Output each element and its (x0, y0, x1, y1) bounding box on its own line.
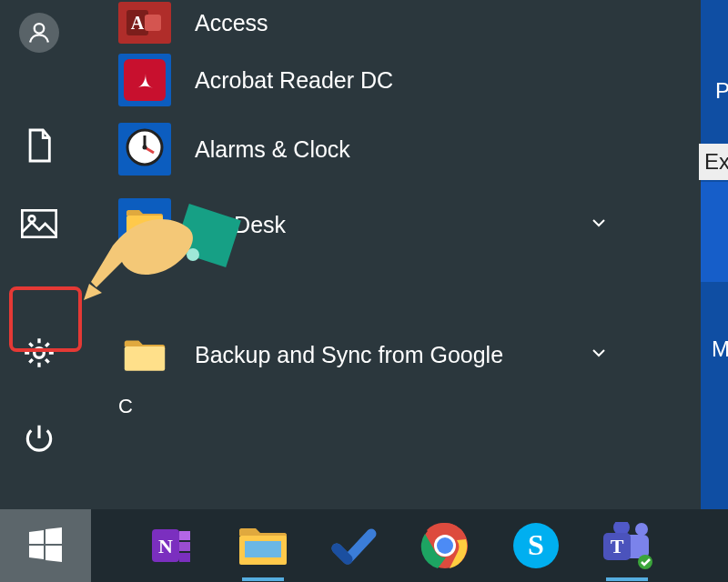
document-icon (24, 127, 55, 167)
svg-point-30 (638, 555, 652, 569)
svg-rect-9 (126, 216, 163, 237)
section-header-c[interactable]: C (118, 395, 610, 418)
access-icon: A (118, 2, 171, 44)
svg-rect-17 (179, 553, 190, 562)
power-icon (22, 421, 56, 459)
chevron-down-icon (588, 212, 610, 237)
app-label: Backup and Sync from Google (195, 342, 503, 368)
tile-text: Ex (699, 144, 728, 180)
app-item-access[interactable]: A Access (118, 0, 610, 45)
pictures-icon (21, 209, 57, 242)
user-account-button[interactable] (12, 5, 66, 60)
taskbar-file-explorer[interactable] (237, 519, 289, 572)
app-item-backup-sync[interactable]: Backup and Sync from Google (118, 320, 610, 389)
start-tiles-edge: P Ex M (701, 0, 728, 509)
tile-bg (118, 198, 171, 251)
app-new-badge: New (195, 226, 235, 249)
start-menu: A Access Acrobat Reader DC Alarms & Cloc… (0, 0, 728, 509)
svg-point-0 (35, 24, 45, 33)
power-button[interactable] (12, 413, 66, 467)
settings-button[interactable] (12, 327, 66, 382)
app-label: Access (195, 10, 268, 36)
svg-text:T: T (611, 535, 624, 557)
app-label: Alarms & Clock (195, 136, 350, 163)
chrome-icon (420, 521, 470, 570)
teams-icon: T (602, 522, 652, 569)
taskbar-active-indicator (606, 577, 648, 581)
app-item-acrobat[interactable]: Acrobat Reader DC (118, 45, 610, 115)
svg-rect-1 (22, 210, 56, 236)
svg-point-22 (437, 537, 453, 554)
tile-bg (118, 123, 171, 176)
app-item-alarms[interactable]: Alarms & Clock (118, 115, 610, 184)
svg-rect-6 (145, 15, 161, 31)
svg-rect-16 (179, 542, 190, 551)
svg-rect-19 (245, 541, 281, 557)
svg-point-3 (35, 348, 45, 358)
taskbar-ms-todo[interactable] (328, 519, 380, 572)
taskbar-chrome[interactable] (419, 519, 471, 572)
taskbar-skype[interactable]: S (510, 519, 562, 572)
svg-point-8 (143, 146, 147, 150)
file-explorer-icon (238, 525, 288, 567)
tile-text: P (699, 78, 728, 104)
user-icon (19, 13, 59, 53)
start-rail (0, 0, 78, 509)
windows-icon (26, 525, 65, 567)
svg-rect-15 (179, 531, 190, 540)
pictures-button[interactable] (12, 198, 66, 253)
acrobat-icon (124, 59, 166, 101)
tile-text: M (699, 336, 728, 362)
taskbar: N S T (0, 509, 728, 582)
tile-fragment (701, 182, 728, 282)
svg-text:N: N (158, 535, 173, 557)
folder-icon (118, 266, 171, 319)
tile-bg (118, 54, 171, 106)
svg-rect-10 (125, 346, 165, 371)
chevron-down-icon (588, 342, 610, 367)
all-apps-list: A Access Acrobat Reader DC Alarms & Cloc… (118, 0, 610, 509)
svg-text:A: A (131, 13, 145, 33)
gear-icon (21, 335, 57, 375)
skype-icon: S (511, 521, 561, 570)
folder-icon (125, 206, 165, 243)
start-button[interactable] (0, 509, 91, 582)
svg-text:S: S (528, 528, 544, 561)
app-item-anydesk[interactable]: AnyDesk New (118, 184, 610, 266)
documents-button[interactable] (12, 120, 66, 175)
clock-icon (125, 127, 165, 171)
taskbar-teams[interactable]: T (601, 519, 653, 572)
app-label: Acrobat Reader DC (195, 67, 393, 94)
taskbar-onenote[interactable]: N (146, 519, 198, 572)
todo-icon (329, 521, 379, 570)
onenote-icon: N (148, 522, 196, 569)
taskbar-active-indicator (242, 577, 284, 581)
taskbar-pinned: N S T (146, 509, 653, 582)
app-item-obscured[interactable] (118, 266, 610, 320)
svg-point-26 (635, 523, 648, 536)
folder-icon (118, 328, 171, 381)
